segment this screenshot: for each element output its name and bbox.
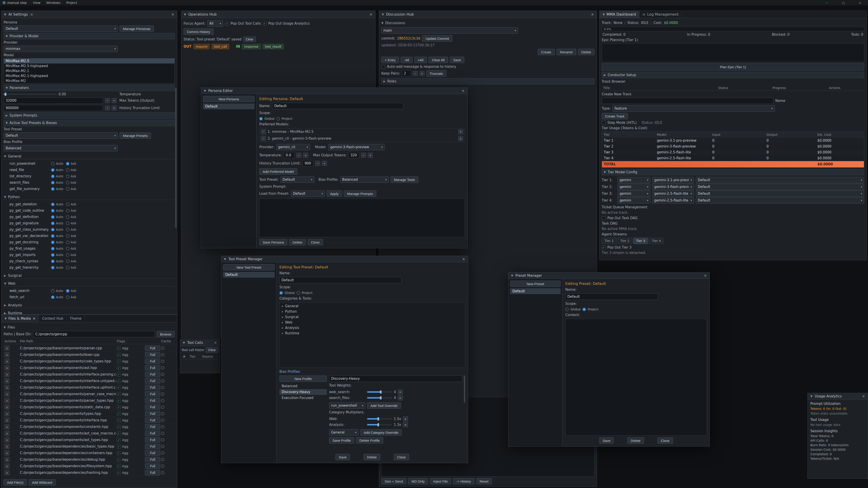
collapse-caret-icon[interactable]: ▼: [511, 274, 513, 277]
manage-discussion-button[interactable]: Create: [538, 49, 555, 55]
scrollbar[interactable]: [175, 88, 177, 228]
cache-radio[interactable]: [161, 458, 164, 461]
remove-file-button[interactable]: x: [4, 346, 9, 351]
entry-action-button[interactable]: -All: [401, 57, 412, 63]
auto-radio[interactable]: [51, 228, 55, 231]
full-button[interactable]: Full: [145, 391, 160, 397]
full-button[interactable]: Full: [145, 463, 160, 469]
auto-radio[interactable]: [51, 240, 55, 244]
profile-name-input[interactable]: [329, 376, 463, 382]
agg-checkbox[interactable]: ✓: [117, 359, 121, 363]
agg-checkbox[interactable]: ✓: [117, 399, 121, 402]
save-profile-button[interactable]: Save Profile: [329, 437, 354, 444]
remove-file-button[interactable]: x: [4, 464, 9, 468]
remove-file-button[interactable]: x: [4, 444, 9, 449]
full-button[interactable]: Full: [145, 385, 160, 390]
increment-button[interactable]: +: [112, 105, 117, 110]
collapse-caret-icon[interactable]: ▼: [4, 13, 6, 16]
model-option[interactable]: MiniMax-M2.1: [4, 68, 175, 73]
preset-content-textarea[interactable]: [565, 319, 707, 435]
tier-prompt-select[interactable]: Default▾: [696, 184, 864, 190]
clear-tool-calls-button[interactable]: Clear: [206, 347, 218, 353]
discussion-action-button[interactable]: -> History: [453, 478, 474, 484]
agg-checkbox[interactable]: ✓: [117, 431, 121, 435]
track-type-select[interactable]: feature▾: [613, 105, 775, 111]
bias-profile-item[interactable]: Discovery-Heavy: [279, 389, 327, 395]
cache-radio[interactable]: [161, 379, 164, 383]
full-button[interactable]: Full: [145, 372, 160, 377]
project-radio[interactable]: [297, 291, 300, 295]
agg-checkbox[interactable]: ✓: [117, 445, 121, 449]
decrement-button[interactable]: −: [315, 161, 320, 166]
comms-history-button[interactable]: Comms History: [184, 29, 214, 35]
tier-provider-select[interactable]: gemini▾: [618, 177, 650, 183]
full-button[interactable]: Full: [145, 424, 160, 429]
tier-prompt-select[interactable]: Default▾: [696, 191, 864, 197]
ask-radio[interactable]: [66, 175, 69, 178]
full-button[interactable]: Full: [145, 346, 160, 351]
cache-radio[interactable]: [161, 432, 164, 435]
cache-radio[interactable]: [161, 451, 164, 455]
remove-weight-icon[interactable]: ×: [398, 390, 403, 394]
delete-persona-button[interactable]: Delete: [289, 239, 306, 246]
full-button[interactable]: Full: [145, 398, 160, 403]
entry-action-button[interactable]: + Entry: [381, 57, 399, 63]
agg-checkbox[interactable]: ✓: [117, 458, 121, 462]
menu-item[interactable]: Project: [66, 1, 77, 4]
manage-discussion-button[interactable]: Delete: [578, 49, 594, 55]
remove-file-button[interactable]: x: [4, 392, 9, 396]
history-limit-input[interactable]: [4, 105, 103, 111]
update-commit-button[interactable]: Update Commit: [422, 35, 452, 41]
auto-radio[interactable]: [51, 209, 55, 213]
history-limit-input[interactable]: [303, 160, 313, 166]
load-preset-select[interactable]: Default▾: [291, 191, 325, 197]
category-override-select[interactable]: General▾: [329, 429, 359, 435]
tier-prompt-select[interactable]: Default▾: [696, 177, 864, 183]
provider-select[interactable]: minimax▾: [4, 46, 118, 52]
ask-radio[interactable]: [66, 187, 69, 191]
ask-radio[interactable]: [66, 209, 69, 213]
remove-file-button[interactable]: x: [4, 451, 9, 455]
temperature-input[interactable]: [284, 152, 294, 158]
ask-radio[interactable]: [66, 289, 69, 293]
new-preset-button[interactable]: New Preset: [510, 281, 561, 287]
remove-file-button[interactable]: x: [4, 379, 9, 383]
model-option[interactable]: MiniMax-M2.5: [4, 59, 175, 64]
collapse-caret-icon[interactable]: ▼: [204, 89, 206, 92]
tool-preset-select[interactable]: Default▾: [281, 176, 314, 183]
weight-slider[interactable]: [367, 397, 392, 398]
project-radio[interactable]: [276, 117, 280, 121]
auto-radio[interactable]: [51, 168, 55, 172]
close-button[interactable]: Close: [394, 454, 409, 460]
cache-radio[interactable]: [161, 425, 164, 428]
track-name-input[interactable]: [602, 98, 774, 104]
remove-file-button[interactable]: x: [4, 457, 9, 462]
ask-radio[interactable]: [66, 247, 69, 250]
menu-item[interactable]: Windows: [46, 1, 61, 4]
section-caret-icon[interactable]: ▼: [6, 35, 8, 38]
auto-radio[interactable]: [51, 162, 55, 165]
remove-file-button[interactable]: x: [4, 398, 9, 403]
group-caret-icon[interactable]: ▼: [4, 195, 6, 199]
ask-radio[interactable]: [66, 295, 69, 299]
discussion-action-button[interactable]: MD Only: [408, 478, 428, 484]
group-caret-icon[interactable]: ▶: [4, 304, 6, 307]
auto-radio[interactable]: [51, 247, 55, 250]
auto-radio[interactable]: [51, 175, 55, 178]
remove-file-button[interactable]: x: [4, 372, 9, 377]
save-button[interactable]: Save: [599, 437, 614, 444]
section-caret-icon[interactable]: ▼: [6, 86, 8, 90]
tab-files-media[interactable]: ▼ Files & Media ×: [1, 315, 39, 322]
add-files-button[interactable]: Add File(s): [4, 479, 27, 486]
cache-radio[interactable]: [161, 405, 164, 409]
close-tab-icon[interactable]: ×: [33, 317, 35, 321]
browse-button[interactable]: Browse: [157, 331, 175, 337]
tab-context-hub[interactable]: Context Hub: [39, 315, 67, 322]
category-tree-item[interactable]: ▸ Python: [280, 309, 465, 314]
collapse-caret-icon[interactable]: ▼: [183, 341, 185, 344]
close-icon[interactable]: ×: [214, 340, 217, 345]
bias-profile-select[interactable]: Balanced▾: [340, 176, 389, 183]
remove-file-button[interactable]: x: [4, 424, 9, 429]
new-persona-button[interactable]: New Persona: [203, 96, 254, 102]
close-button[interactable]: Close: [308, 239, 323, 246]
